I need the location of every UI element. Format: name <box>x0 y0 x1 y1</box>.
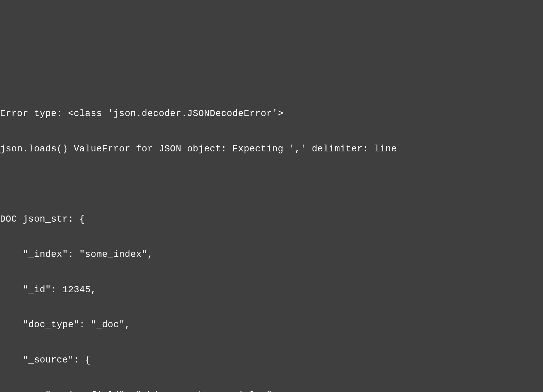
output-line: Error type: <class 'json.decoder.JSONDec… <box>0 108 543 120</box>
output-line: DOC json_str: { <box>0 213 543 225</box>
output-line: "_index": "some_index", <box>0 249 543 261</box>
output-line: "string field": "Object Rocket articles"… <box>0 390 543 392</box>
terminal-output: Error type: <class 'json.decoder.JSONDec… <box>0 47 543 392</box>
output-line: "doc_type": "_doc", <box>0 319 543 331</box>
blank-line <box>0 179 543 190</box>
output-line: "_id": 12345, <box>0 284 543 296</box>
output-line: "_source": { <box>0 354 543 366</box>
output-line: json.loads() ValueError for JSON object:… <box>0 143 543 155</box>
